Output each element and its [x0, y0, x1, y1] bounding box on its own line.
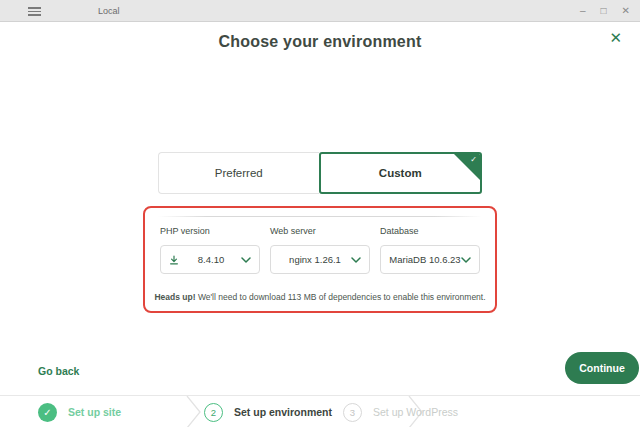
step-set-up-environment: 2 Set up environment [204, 396, 332, 427]
step-set-up-wordpress: 3 Set up WordPress [343, 396, 458, 427]
chevron-down-icon [461, 257, 471, 263]
setup-stepper: ✓ Set up site 2 Set up environment 3 Set… [0, 395, 640, 427]
step-2-label: Set up environment [234, 406, 332, 418]
web-server-label: Web server [270, 226, 370, 236]
window-close-button[interactable]: ✕ [622, 0, 630, 22]
field-web-server: Web server nginx 1.26.1 [270, 226, 370, 274]
step-3-number: 3 [343, 403, 362, 422]
environment-tabs: Preferred Custom ✓ [158, 152, 482, 194]
heads-up-notice: Heads up! We'll need to download 113 MB … [143, 292, 497, 302]
database-label: Database [380, 226, 480, 236]
modal-close-icon[interactable]: ✕ [609, 29, 622, 47]
tab-custom-label: Custom [379, 167, 422, 179]
page-title: Choose your environment [0, 33, 640, 51]
php-version-value: 8.4.10 [181, 254, 241, 265]
titlebar: Local – □ ✕ [0, 0, 640, 22]
stepper-separator-chevron [186, 396, 202, 427]
hamburger-menu-icon[interactable] [28, 7, 41, 16]
tab-preferred[interactable]: Preferred [158, 152, 319, 194]
web-server-value: nginx 1.26.1 [279, 254, 351, 265]
notice-lead: Heads up! [154, 292, 195, 302]
web-server-select[interactable]: nginx 1.26.1 [270, 245, 370, 274]
step-1-check-icon: ✓ [38, 403, 57, 422]
tab-custom[interactable]: Custom ✓ [319, 152, 483, 194]
app-window: Local – □ ✕ Choose your environment ✕ Pr… [0, 0, 640, 427]
database-value: MariaDB 10.6.23 [389, 254, 461, 265]
tab-preferred-label: Preferred [215, 167, 263, 179]
minimize-button[interactable]: – [580, 0, 586, 22]
chevron-down-icon [351, 257, 361, 263]
notice-text: We'll need to download 113 MB of depende… [196, 292, 486, 302]
step-1-label: Set up site [68, 406, 121, 418]
database-select[interactable]: MariaDB 10.6.23 [380, 245, 480, 274]
step-3-label: Set up WordPress [373, 406, 458, 418]
php-version-select[interactable]: 8.4.10 [160, 245, 260, 274]
php-version-label: PHP version [160, 226, 260, 236]
field-database: Database MariaDB 10.6.23 [380, 226, 480, 274]
step-set-up-site: ✓ Set up site [38, 396, 121, 427]
field-php-version: PHP version 8.4.10 [160, 226, 260, 274]
go-back-link[interactable]: Go back [38, 365, 79, 377]
maximize-button[interactable]: □ [601, 0, 607, 22]
download-icon [169, 255, 179, 265]
chevron-down-icon [241, 257, 251, 263]
environment-fields: PHP version 8.4.10 Web server nginx 1.26… [160, 226, 480, 274]
panel-top-divider [158, 216, 482, 217]
selected-check-icon: ✓ [470, 155, 477, 164]
window-controls: – □ ✕ [580, 0, 630, 22]
app-title: Local [98, 0, 120, 22]
continue-button[interactable]: Continue [565, 352, 639, 384]
step-2-number: 2 [204, 403, 223, 422]
